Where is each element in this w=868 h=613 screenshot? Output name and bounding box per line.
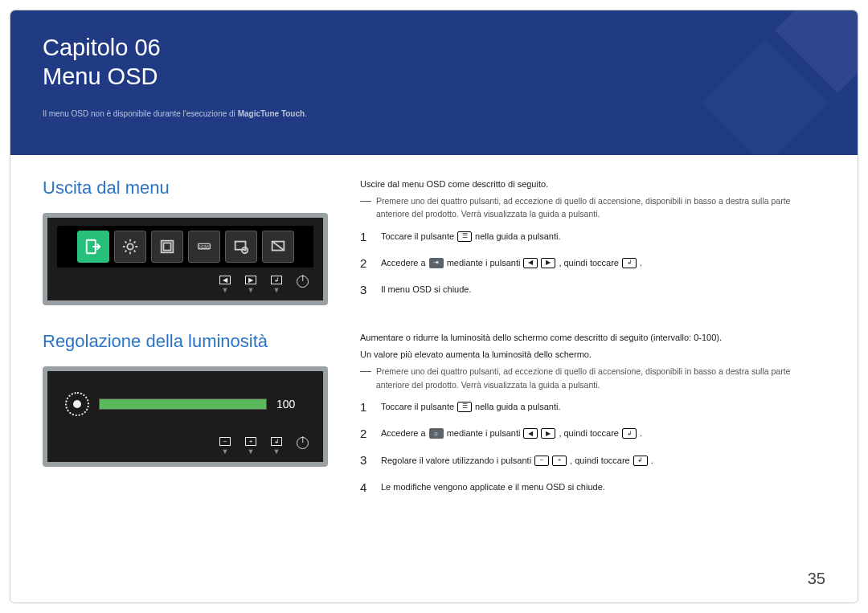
osd-nav-enter[interactable]: ↲▼ (271, 437, 282, 456)
svg-point-1 (127, 243, 133, 249)
plus-icon: + (552, 456, 567, 466)
step-text: . (640, 256, 642, 270)
osd-timer-icon[interactable] (225, 231, 257, 263)
chevron-down-icon: ▼ (222, 286, 229, 294)
menu-button-icon: ☰ (457, 231, 472, 242)
step-number: 1 (360, 398, 370, 416)
osd-exit-mock: HDMI ◀▼ ▶▼ ↲▼ (43, 213, 328, 305)
page-frame: Capitolo 06 Menu OSD Il menu OSD non è d… (10, 10, 858, 603)
bright-title: Regolazione della luminosità (43, 331, 328, 352)
brightness-target-icon: ☼ (429, 428, 444, 439)
left-arrow-icon: ◀ (523, 428, 538, 439)
chapter-header: Capitolo 06 Menu OSD Il menu OSD non è d… (10, 10, 858, 155)
bright-step-1: 1 Toccare il pulsante ☰ nella guida a pu… (360, 398, 825, 416)
chevron-down-icon: ▼ (248, 447, 255, 456)
exit-intro: Uscire dal menu OSD come descritto di se… (360, 178, 825, 191)
exit-right-col: Uscire dal menu OSD come descritto di se… (360, 178, 825, 307)
svg-rect-3 (163, 243, 170, 250)
power-icon (297, 437, 309, 449)
dash-icon: ― (360, 365, 371, 376)
osd-hdmi-icon[interactable]: HDMI (188, 231, 220, 263)
header-note-suffix: . (305, 109, 307, 118)
osd-disable-icon[interactable] (262, 231, 294, 263)
exit-step-1: 1 Toccare il pulsante ☰ nella guida a pu… (360, 227, 825, 246)
chevron-down-icon: ▼ (248, 286, 255, 294)
step-text: Regolare il valore utilizzando i pulsant… (381, 454, 531, 468)
osd-bottom-row: ◀▼ ▶▼ ↲▼ (57, 268, 313, 296)
step-number: 2 (360, 424, 370, 443)
step-text: Accedere a (381, 427, 426, 440)
chapter-name: Menu OSD (43, 63, 158, 89)
minus-icon: − (219, 437, 231, 446)
osd-picture-icon[interactable] (151, 231, 183, 263)
step-number: 3 (360, 280, 370, 299)
step-body: Regolare il valore utilizzando i pulsant… (381, 454, 653, 468)
right-arrow-icon: ▶ (541, 428, 555, 439)
chevron-down-icon: ▼ (273, 286, 280, 294)
left-arrow-icon: ◀ (219, 276, 231, 284)
osd-brightness-mock: 100 −▼ +▼ ↲▼ (43, 366, 328, 467)
chevron-down-icon: ▼ (222, 447, 229, 456)
exit-step-3: 3 Il menu OSD si chiude. (360, 280, 825, 299)
osd-nav-left[interactable]: ◀▼ (219, 276, 231, 294)
chevron-down-icon: ▼ (273, 447, 280, 456)
step-text: Toccare il pulsante (381, 400, 454, 414)
bright-intro-2: Un valore più elevato aumenta la luminos… (360, 348, 825, 362)
exit-left-col: Uscita dal menu HDMI (43, 178, 328, 307)
svg-text:HDMI: HDMI (199, 245, 209, 249)
enter-icon: ↲ (271, 276, 282, 284)
step-text: nella guida a pulsanti. (475, 230, 560, 243)
bright-steps: 1 Toccare il pulsante ☰ nella guida a pu… (360, 398, 825, 497)
step-body: Accedere a ⇥ mediante i pulsanti ◀ ▶ , q… (381, 256, 642, 270)
step-body: Le modifiche vengono applicate e il menu… (381, 480, 605, 494)
osd-power-button[interactable] (297, 437, 309, 456)
slider-fill (100, 399, 266, 409)
osd-brightness-icon[interactable] (114, 231, 146, 263)
bright-dash-text: Premere uno dei quattro pulsanti, ad ecc… (376, 365, 825, 391)
osd-nav-minus[interactable]: −▼ (219, 437, 231, 456)
header-note-prefix: Il menu OSD non è disponibile durante l'… (43, 109, 238, 118)
dash-icon: ― (360, 194, 371, 206)
header-note-bold: MagicTune Touch (238, 109, 305, 118)
osd-exit-icon[interactable] (77, 231, 109, 263)
bright-intro-1: Aumentare o ridurre la luminosità dello … (360, 331, 825, 345)
exit-target-icon: ⇥ (429, 258, 444, 268)
brightness-value: 100 (276, 398, 305, 411)
step-body: Accedere a ☼ mediante i pulsanti ◀ ▶ , q… (381, 427, 642, 440)
right-arrow-icon: ▶ (541, 258, 555, 268)
bright-dash-note: ― Premere uno dei quattro pulsanti, ad e… (360, 365, 825, 391)
osd-menu-row: HDMI (57, 226, 313, 268)
step-text: Accedere a (381, 256, 426, 270)
osd-power-button[interactable] (297, 276, 309, 294)
step-body: Toccare il pulsante ☰ nella guida a puls… (381, 230, 561, 243)
right-arrow-icon: ▶ (245, 276, 256, 284)
enter-icon: ↲ (633, 456, 648, 466)
chapter-label: Capitolo 06 (43, 35, 161, 60)
bright-step-2: 2 Accedere a ☼ mediante i pulsanti ◀ ▶ ,… (360, 424, 825, 443)
osd-nav-enter[interactable]: ↲▼ (271, 276, 282, 294)
plus-icon: + (245, 437, 256, 446)
step-text: , quindi toccare (559, 427, 619, 440)
step-text: nella guida a pulsanti. (475, 400, 560, 414)
step-text: , quindi toccare (570, 454, 630, 468)
page-content: Uscita dal menu HDMI (43, 178, 825, 570)
step-number: 3 (360, 451, 370, 469)
bright-left-col: Regolazione della luminosità 100 −▼ +▼ ↲… (43, 331, 328, 505)
step-number: 1 (360, 227, 370, 246)
enter-icon: ↲ (622, 258, 637, 268)
bright-right-col: Aumentare o ridurre la luminosità dello … (360, 331, 825, 505)
section-exit: Uscita dal menu HDMI (43, 178, 825, 307)
step-body: Toccare il pulsante ☰ nella guida a puls… (381, 400, 561, 414)
osd-nav-right[interactable]: ▶▼ (245, 276, 256, 294)
brightness-icon (65, 392, 89, 416)
power-icon (297, 276, 309, 288)
exit-step-2: 2 Accedere a ⇥ mediante i pulsanti ◀ ▶ ,… (360, 254, 825, 272)
osd-nav-plus[interactable]: +▼ (245, 437, 256, 456)
enter-icon: ↲ (271, 437, 282, 446)
step-text: Toccare il pulsante (381, 230, 454, 243)
step-text: mediante i pulsanti (447, 256, 521, 270)
minus-icon: − (534, 456, 549, 466)
step-number: 2 (360, 254, 370, 272)
brightness-slider[interactable] (99, 398, 267, 410)
exit-dash-note: ― Premere uno dei quattro pulsanti, ad e… (360, 194, 825, 221)
